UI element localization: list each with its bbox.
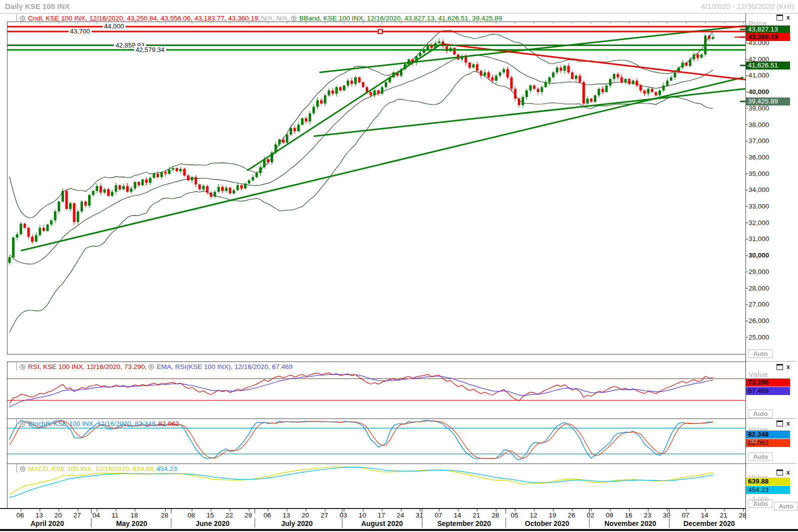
legend-macd-values[interactable]: MACD, KSE 100 INX, 12/16/2020, 639.88, [28, 465, 155, 472]
time-axis-day-tick: 07 [435, 512, 442, 519]
price-axis-tick: 32,000 [748, 219, 769, 226]
time-axis-day-tick: 10 [359, 512, 366, 519]
rsi-auto-scale-button[interactable]: Auto [748, 410, 772, 418]
price-auto-scale-button[interactable]: Auto [748, 350, 772, 358]
time-axis-day-tick: 12 [530, 512, 537, 519]
maximize-icon[interactable] [776, 470, 783, 476]
time-axis-day-tick: 30 [663, 512, 670, 519]
price-axis-tick: 41,000 [748, 72, 769, 79]
maximize-icon[interactable] [776, 364, 783, 370]
rsi-legend: RSI, KSE 100 INX, 12/16/2020, 73.290, EM… [19, 363, 293, 370]
maximize-icon[interactable] [776, 420, 783, 426]
time-axis-month-label: August 2020 [361, 520, 403, 528]
time-axis-day-tick: 13 [36, 512, 43, 519]
legend-stoch-values[interactable]: StochS, KSE 100 INX, 12/16/2020, 82.348, [28, 420, 157, 428]
rsi-axis-header: Value [748, 370, 768, 378]
time-axis-day-tick: 22 [226, 512, 233, 519]
price-axis-tick: 33,000 [748, 202, 769, 210]
time-axis-day-tick: 06 [264, 512, 271, 519]
time-axis-day-tick: 13 [283, 512, 290, 519]
clock-icon [20, 466, 26, 472]
legend-candle-values[interactable]: Cndl, KSE 100 INX, 12/16/2020, 43,250.84… [28, 14, 260, 22]
stoch-axis-tick: 50 [749, 437, 757, 444]
window-title: Daily KSE 100 INX [5, 2, 70, 10]
price-axis-tick: 37,000 [748, 137, 769, 144]
price-value-label: 39,425.89 [746, 98, 790, 106]
0: 73.290 [746, 378, 790, 386]
time-axis-month-label: December 2020 [683, 520, 735, 528]
time-axis-day-tick: 19 [549, 512, 556, 519]
time-axis-day-tick: 20 [55, 512, 62, 519]
price-panel-controls: x [776, 14, 790, 20]
legend-na-values: N/A, N/A, [261, 14, 289, 22]
close-icon[interactable]: x [786, 421, 790, 426]
time-axis-day-tick: 05 [511, 512, 518, 519]
clock-icon [20, 16, 26, 22]
macd-legend: MACD, KSE 100 INX, 12/16/2020, 639.88, 4… [19, 465, 177, 472]
time-axis-day-tick: 07 [682, 512, 689, 519]
time-axis-day-tick: 02 [587, 512, 594, 519]
price-axis-tick: 28,000 [748, 284, 769, 292]
time-axis-day-tick: 09 [606, 512, 613, 519]
time-axis-day-tick: 21 [720, 512, 727, 519]
chart-application-window: Daily KSE 100 INX 4/1/2020 - 12/30/2020 … [0, 0, 798, 532]
time-axis-month-label: October 2020 [525, 520, 569, 528]
time-axis-month-label: September 2020 [437, 520, 491, 528]
close-icon[interactable]: x [786, 15, 790, 20]
time-axis-day-tick: 27 [321, 512, 328, 519]
time-axis-day-tick: 24 [397, 512, 404, 519]
price-value-label: 43,360.19 [746, 33, 790, 41]
stoch-auto-scale-button[interactable]: Auto [748, 452, 772, 461]
time-axis-month-label: July 2020 [281, 520, 313, 528]
price-value-label: 41,626.51 [746, 62, 790, 70]
legend-rsi-values[interactable]: RSI, KSE 100 INX, 12/16/2020, 73.290, [28, 363, 147, 370]
time-axis-day-tick: 18 [131, 512, 138, 519]
time-axis-day-tick: 14 [701, 512, 708, 519]
price-axis-tick: 25,000 [748, 334, 769, 341]
time-axis-month-label: April 2020 [31, 520, 64, 528]
macd-axis-tick: -2,000 [749, 496, 768, 503]
time-axis-day-tick: 29 [245, 512, 252, 519]
date-range-label: 4/1/2020 - 12/30/2020 (KHI) [701, 2, 794, 10]
0: 454.23 [746, 486, 790, 494]
close-icon[interactable]: x [786, 470, 790, 475]
macd-panel-controls: x [776, 470, 790, 476]
legend-bband-values[interactable]: BBand, KSE 100 INX, 12/16/2020, 43,827.1… [299, 14, 502, 22]
time-axis-day-tick: 16 [625, 512, 632, 519]
time-axis-day-tick: 28 [161, 512, 169, 519]
time-axis-day-tick: 06 [17, 512, 24, 519]
time-axis-day-tick: 08 [188, 512, 195, 519]
close-icon[interactable]: x [786, 364, 790, 370]
price-axis-tick: 40,000 [748, 88, 769, 96]
time-axis-day-tick: 03 [340, 512, 347, 519]
price-value-label: 43,827.13 [746, 26, 790, 34]
price-axis-tick: 38,000 [748, 121, 769, 128]
maximize-icon[interactable] [776, 14, 783, 20]
price-axis-tick: 30,000 [748, 252, 769, 259]
time-axis-day-tick: 15 [207, 512, 214, 519]
time-axis-day-tick: 21 [473, 512, 480, 519]
time-axis-auto-button[interactable]: Auto [774, 502, 798, 510]
line-price-annotation: 42,579.34 [134, 46, 166, 54]
price-axis-tick: 34,000 [748, 186, 769, 194]
legend-rsi-ema-values[interactable]: EMA, RSI(KSE 100 INX), 12/16/2020, 67.46… [157, 363, 293, 370]
line-price-annotation: 44,000 [103, 22, 126, 30]
title-bar [0, 0, 798, 14]
stoch-panel-controls: x [776, 420, 790, 426]
time-axis-day-tick: 31 [416, 512, 423, 519]
chart-canvas[interactable] [0, 0, 798, 532]
legend-macd-signal-value: 454.23 [156, 465, 177, 472]
time-axis-day-tick: 28 [492, 512, 499, 519]
time-axis-day-tick: 14 [454, 512, 461, 519]
time-axis-day-tick: 26 [568, 512, 575, 519]
stoch-legend: StochS, KSE 100 INX, 12/16/2020, 82.348,… [19, 420, 179, 428]
time-axis-day-tick: 23 [644, 512, 651, 519]
price-axis-tick: 31,000 [748, 235, 769, 242]
time-axis-day-tick: 28 [739, 512, 746, 519]
price-axis-tick: 29,000 [748, 268, 769, 276]
time-axis-day-tick: 17 [378, 512, 385, 519]
price-legend: Cndl, KSE 100 INX, 12/16/2020, 43,250.84… [19, 14, 502, 22]
0: 67.469 [746, 387, 790, 395]
time-axis-month-label: November 2020 [604, 520, 656, 528]
clock-icon [148, 364, 154, 370]
